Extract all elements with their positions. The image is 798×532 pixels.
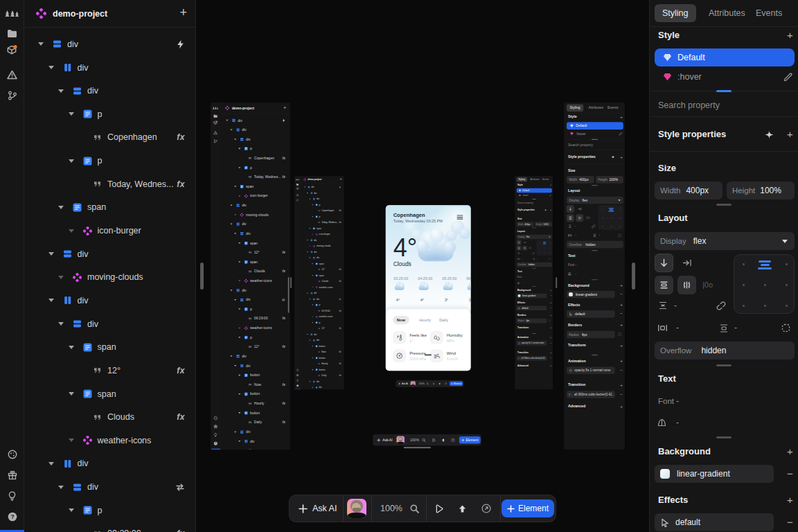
svg-text:?: ? (215, 442, 216, 445)
svg-text:?: ? (10, 513, 14, 520)
